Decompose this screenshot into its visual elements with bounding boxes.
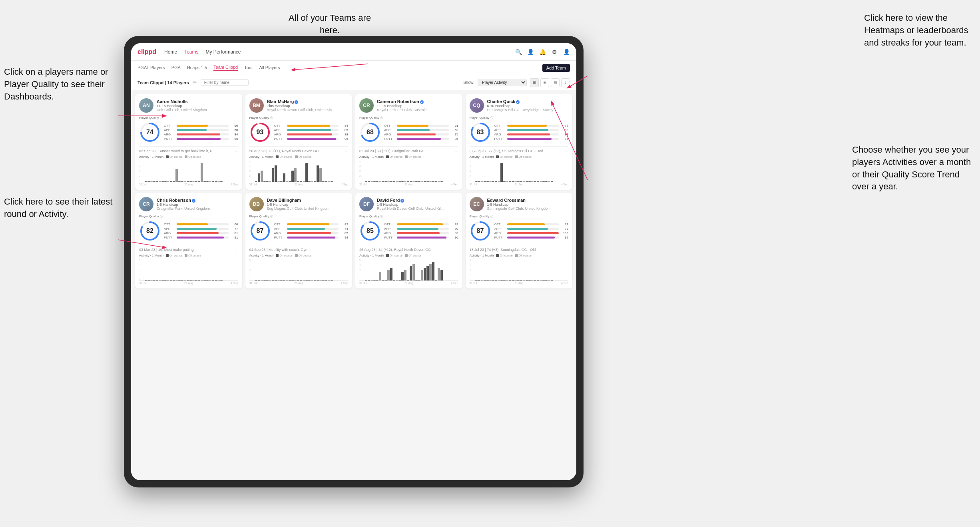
last-round-text[interactable]: 07 Aug 23 | 77 (+7), St George's Hill GC… [470,149,563,153]
activity-header: Activity · 1 Month On course Off course [139,254,238,257]
stat-row: OTT 60 [164,223,238,226]
stat-label: ARG [274,133,285,136]
stat-bar-bg [177,232,229,234]
subnav-pga[interactable]: PGA [171,65,181,71]
chart-bar [159,280,161,280]
subnav-team-clippd[interactable]: Team Clippd [213,65,238,71]
chart-bar [418,181,420,182]
stat-row: PUTT 96 [384,236,458,239]
last-round-text[interactable]: 03 Mar 23 | 19, Must make putting [139,248,233,252]
player-name[interactable]: Chris Robertson✓ [157,198,238,203]
edit-icon[interactable]: ✏ [193,80,197,85]
y-labels: 5 4 3 2 1 [249,160,251,182]
user-avatar-icon[interactable]: 👤 [563,48,570,56]
show-select[interactable]: Player Activity Quality Score Trend [478,79,527,86]
player-name[interactable]: David Ford✓ [377,198,458,203]
player-quality-label: Player Quality ⓘ [139,116,238,120]
pq-circle[interactable]: 82 [139,220,161,242]
toolbar-right: Show: Player Activity Quality Score Tren… [463,78,570,87]
chart-bar [317,165,319,182]
pq-circle[interactable]: 87 [249,220,271,242]
player-name[interactable]: Blair McHarg✓ [267,99,349,104]
player-info: David Ford✓ 1-5 Handicap Royal North Dev… [377,198,458,211]
on-course-legend: On course [386,155,402,158]
stat-bar-bg [507,138,559,140]
navbar: clippd Home Teams My Performance 🔍 👤 🔔 ⚙… [131,43,576,61]
chart-x-label: 4 Sep [561,282,568,284]
add-team-button[interactable]: Add Team [542,64,570,72]
on-course-dot [166,254,169,257]
stat-label: ARG [494,133,506,136]
chart-x-label: 31 Jul [249,282,257,284]
pq-circle[interactable]: 85 [359,220,381,242]
stats-bars: OTT 89 APP 80 ARG 83 PU [384,223,458,239]
player-name[interactable]: Cameron Robertson✓ [377,99,458,104]
last-round-text[interactable]: 26 Aug 23 | 84 (+12), Royal North Devon … [359,248,453,252]
last-round-text[interactable]: 26 Aug 23 | 73 (+1), Royal North Devon G… [249,149,343,153]
nav-home[interactable]: Home [164,49,177,55]
nav-teams[interactable]: Teams [184,49,198,55]
y-label-3: 3 [249,170,251,172]
stat-label: APP [274,227,285,231]
player-name[interactable]: Dave Billingham [267,198,349,203]
stat-row: PUTT 86 [494,137,569,141]
notifications-icon[interactable]: 🔔 [539,48,546,56]
subnav-all-players[interactable]: All Players [259,65,280,71]
nav-my-performance[interactable]: My Performance [205,49,241,55]
pq-circle[interactable]: 87 [470,220,491,242]
player-card: CR Cameron Robertson✓ 11-15 Handicap Roy… [355,94,462,190]
settings-icon[interactable]: ⚙ [551,48,558,56]
stat-value: 74 [340,227,348,231]
chart-bar [331,181,333,182]
y-label-3: 3 [470,170,471,172]
chart-bar [325,280,327,280]
player-avatar-img: CR [359,98,374,113]
chart-bar [426,266,429,280]
chart-bar [438,268,440,280]
stat-row: PUTT 95 [274,137,349,141]
pq-circle[interactable]: 74 [139,121,161,143]
pq-circle[interactable]: 93 [249,121,271,143]
subnav-pgat[interactable]: PGAT Players [137,65,165,71]
y-label-2: 2 [249,273,251,276]
chart-bar [300,181,302,182]
last-round-text[interactable]: 02 Jul 23 | 59 (+17), Craigmillar Park G… [359,149,453,153]
profile-icon[interactable]: 👤 [527,48,534,56]
subnav-tour[interactable]: Tour [244,65,253,71]
last-round-text[interactable]: 18 Jul 23 | 74 (+3), Sunningdale GC - Ol… [470,248,563,252]
pq-circle[interactable]: 83 [470,121,491,143]
stat-bar-fill [287,232,331,234]
activity-section: Activity · 1 Month On course Off course … [470,155,569,186]
player-name[interactable]: Aaron Nicholls [157,99,238,104]
player-name[interactable]: Edward Crossman [487,198,569,203]
chart-x-label: 21 Aug [404,282,413,284]
player-quality-label: Player Quality ⓘ [139,215,238,219]
sort-icon[interactable]: ↕ [561,78,570,87]
arrow-right-icon: → [234,149,238,153]
player-avatar: CQ [470,98,484,113]
pq-circle[interactable]: 68 [359,121,381,143]
quality-number: 68 [367,129,374,136]
chart-bar [291,280,294,280]
chart-bar [512,181,514,182]
y-label-4: 4 [249,165,251,167]
player-name[interactable]: Charlie Quick✓ [487,99,569,104]
player-avatar: CR [139,197,153,211]
chart-bar [156,280,158,280]
stat-bar-bg [287,138,339,140]
stat-bar-fill [287,138,336,140]
last-round-text[interactable]: 02 Sep 23 | Sunset round to get back int… [139,149,233,153]
grid-view-icon[interactable]: ⊞ [530,78,539,87]
subnav-hcaps[interactable]: Hcaps 1-5 [187,65,207,71]
filter-input[interactable] [201,79,249,86]
chart-bar [300,280,302,280]
filter-icon[interactable]: ⊟ [551,78,560,87]
stats-bars: OTT 84 APP 85 ARG 88 PU [274,124,349,141]
stat-bar-fill [397,223,443,225]
player-avatar: EC [470,197,484,211]
search-icon[interactable]: 🔍 [515,48,522,56]
stat-value: 88 [340,133,348,136]
last-round-text[interactable]: 04 Sep 23 | Mobility with coach, Gym [249,248,343,252]
list-view-icon[interactable]: ≡ [540,78,549,87]
stat-value: 91 [230,236,238,239]
